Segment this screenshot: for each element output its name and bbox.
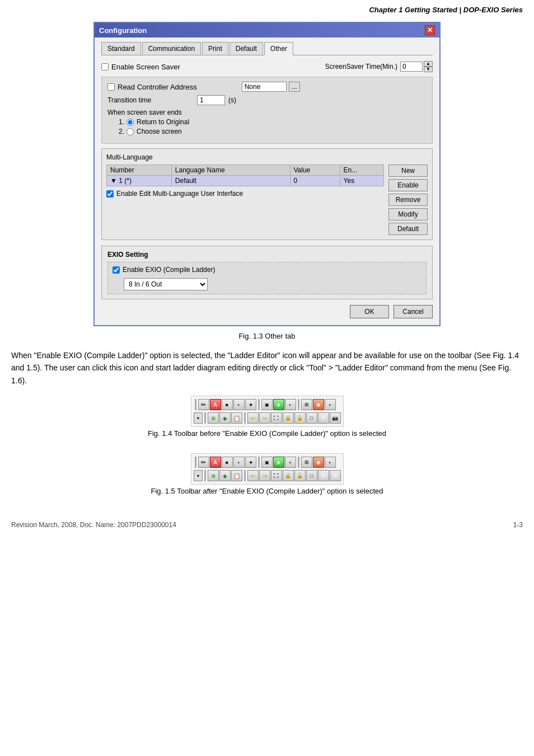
new-button[interactable]: New [388, 165, 428, 177]
tb-btn-5[interactable]: ✦ [245, 399, 256, 410]
tb2-after-btn-7[interactable]: 🔒 [283, 470, 294, 481]
tb2-btn-10[interactable]: ⚙ [318, 412, 329, 424]
tb-after-red-btn[interactable]: A [210, 457, 221, 468]
tb-btn-3[interactable]: ■ [222, 399, 233, 410]
multilang-checkbox-row: Enable Edit Multi-Language User Interfac… [106, 190, 384, 198]
toolbar-row-1: ✏ A ■ ▪ ✦ ▣ ◉ ▪ ⊞ ◉ ▪ [194, 398, 341, 411]
tb-after-btn-7[interactable]: ▪ [285, 457, 296, 468]
tb2-btn-2[interactable]: ◈ [219, 412, 231, 424]
tb-after-btn-8[interactable]: ⊞ [301, 457, 312, 468]
remove-button[interactable]: Remove [388, 194, 428, 206]
tb2-btn-1[interactable]: ⊕ [208, 412, 219, 424]
radio-option-1: 1. Return to Original [119, 118, 427, 126]
tb2-after-btn-2[interactable]: ◈ [219, 470, 231, 481]
radio-return[interactable] [127, 119, 134, 126]
tb-after-sep-5 [244, 470, 246, 481]
tb2-btn-6[interactable]: ⛶ [271, 412, 282, 424]
tb-btn-8[interactable]: ⊞ [301, 399, 312, 410]
screensaver-time-label: ScreenSaver Time(Min.) [325, 63, 397, 71]
fig13-caption: Fig. 1.3 Other tab [11, 332, 523, 340]
bottom-buttons: OK Cancel [101, 305, 433, 318]
read-controller-input[interactable]: None [242, 82, 287, 92]
spin-up[interactable]: ▲ [424, 61, 433, 67]
tb-orange-btn[interactable]: ◉ [313, 399, 324, 410]
tb2-after-dropdown[interactable]: ▾ [194, 470, 203, 481]
fig14-caption: Fig. 1.4 Toolbar before "Enable EXIO (Co… [148, 429, 386, 438]
cell-en: Yes [340, 176, 383, 186]
enable-multilang-checkbox[interactable] [106, 190, 114, 198]
close-button[interactable]: ✕ [425, 25, 435, 35]
option1-num: 1. [119, 118, 124, 126]
screensaver-row: Enable Screen Saver ScreenSaver Time(Min… [101, 61, 433, 72]
exio-dropdown[interactable]: 8 In / 6 Out 16 In / 8 Out [124, 278, 208, 290]
tb2-after-btn-4[interactable]: ↩ [247, 470, 259, 481]
enable-exio-checkbox[interactable] [113, 266, 120, 274]
tb2-after-btn-3[interactable]: 📋 [231, 470, 242, 481]
spin-down[interactable]: ▼ [424, 67, 433, 72]
cell-language: Default [171, 176, 290, 186]
screensaver-spinner: ▲ ▼ [424, 61, 433, 72]
toolbar-before-image: ✏ A ■ ▪ ✦ ▣ ◉ ▪ ⊞ ◉ ▪ ▾ ⊕ ◈ 📋 ↩ ↪ ⛶ 🔒 🔓 [191, 396, 344, 427]
tb-after-btn-4[interactable]: ▪ [233, 457, 245, 468]
page-header: Chapter 1 Getting Started | DOP-EXIO Ser… [11, 6, 523, 14]
tb2-after-btn-8[interactable]: 🔓 [294, 470, 306, 481]
tb-pencil-btn[interactable]: ✏ [198, 399, 209, 410]
tab-standard[interactable]: Standard [101, 42, 141, 55]
tb-after-btn-5[interactable]: ✦ [245, 457, 256, 468]
screensaver-time-input[interactable]: 0 [400, 62, 423, 72]
when-row: When screen saver ends 1. Return to Orig… [107, 109, 427, 135]
tb-after-green-btn[interactable]: ◉ [273, 457, 284, 468]
default-button[interactable]: Default [388, 223, 428, 235]
tb-after-pencil-btn[interactable]: ✏ [198, 457, 209, 468]
radio-option-2: 2. Choose screen [119, 128, 427, 135]
tb-after-sep-2 [258, 457, 260, 468]
tb2-after-btn-6[interactable]: ⛶ [271, 470, 282, 481]
tb2-dropdown[interactable]: ▾ [194, 412, 203, 424]
tb2-after-ladder-btn[interactable]: ⊞ [330, 470, 341, 481]
tb-green-btn[interactable]: ◉ [273, 399, 284, 410]
enable-screensaver-checkbox[interactable] [101, 63, 109, 71]
table-row[interactable]: ▼ 1 (*) Default 0 Yes [107, 176, 384, 186]
tab-default[interactable]: Default [229, 42, 263, 55]
option1-label: Return to Original [137, 118, 189, 126]
cancel-button[interactable]: Cancel [394, 305, 433, 318]
transition-input[interactable]: 1 [197, 95, 225, 105]
tb-red-btn[interactable]: A [210, 399, 221, 410]
read-controller-checkbox[interactable] [107, 83, 115, 91]
exio-section: EXIO Setting Enable EXIO (Compile Ladder… [101, 246, 433, 299]
tb2-btn-11[interactable]: 📷 [330, 412, 341, 424]
tb-sep-3 [298, 399, 299, 410]
tb2-btn-8[interactable]: 🔓 [294, 412, 306, 424]
tb-after-orange-btn[interactable]: ◉ [313, 457, 324, 468]
tb2-after-btn-1[interactable]: ⊕ [208, 470, 219, 481]
tb2-btn-7[interactable]: 🔒 [283, 412, 294, 424]
tb-after-btn-9[interactable]: ▪ [325, 457, 336, 468]
tb-btn-7[interactable]: ▪ [285, 399, 296, 410]
configuration-dialog: Configuration ✕ Standard Communication P… [93, 22, 441, 326]
tb-btn-6[interactable]: ▣ [261, 399, 273, 410]
tb2-after-btn-10[interactable]: ⚙ [318, 470, 329, 481]
radio-choose[interactable] [127, 128, 134, 135]
tab-other[interactable]: Other [264, 42, 293, 55]
enable-button[interactable]: Enable [388, 179, 428, 191]
tb2-after-btn-9[interactable]: □ [306, 470, 317, 481]
tb-btn-4[interactable]: ▪ [233, 399, 245, 410]
radio-options: 1. Return to Original 2. Choose screen [119, 118, 427, 135]
tb2-btn-4[interactable]: ↩ [247, 412, 259, 424]
tb-btn-9[interactable]: ▪ [325, 399, 336, 410]
tab-print[interactable]: Print [202, 42, 228, 55]
tb2-btn-9[interactable]: □ [306, 412, 317, 424]
transition-unit: (s) [228, 96, 236, 104]
col-en: En... [340, 165, 383, 176]
ok-button[interactable]: OK [350, 305, 389, 318]
tb-after-btn-3[interactable]: ■ [222, 457, 233, 468]
modify-button[interactable]: Modify [388, 208, 428, 220]
toolbar-before-container: ✏ A ■ ▪ ✦ ▣ ◉ ▪ ⊞ ◉ ▪ ▾ ⊕ ◈ 📋 ↩ ↪ ⛶ 🔒 🔓 [11, 396, 523, 447]
tab-communication[interactable]: Communication [142, 42, 201, 55]
tb2-btn-3[interactable]: 📋 [231, 412, 242, 424]
tb2-btn-5[interactable]: ↪ [259, 412, 270, 424]
tb-after-btn-6[interactable]: ▣ [261, 457, 273, 468]
tb2-after-btn-5[interactable]: ↪ [259, 470, 270, 481]
tb-after-sep-1 [195, 457, 196, 468]
dots-button[interactable]: ... [289, 82, 300, 92]
